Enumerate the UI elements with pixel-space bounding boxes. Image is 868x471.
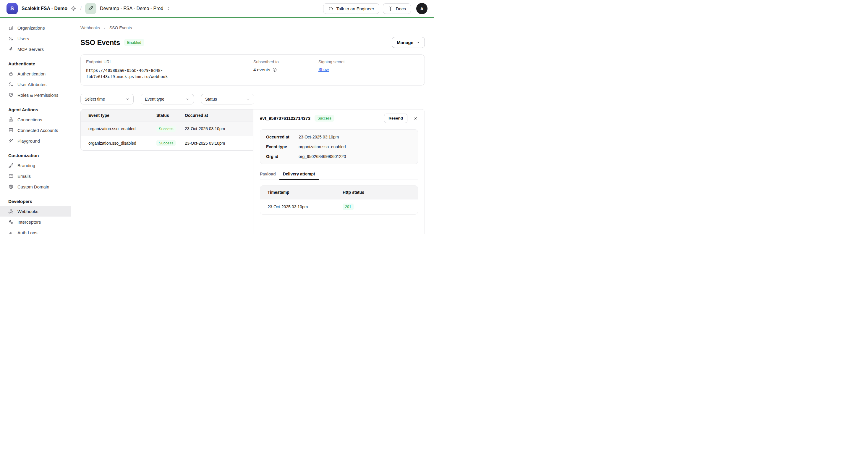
talk-to-engineer-button[interactable]: Talk to an Engineer	[323, 3, 379, 14]
sidebar-item-interceptors[interactable]: Interceptors	[0, 216, 71, 227]
table-row-sso-disabled[interactable]: organization.sso_disabled Success 23-Oct…	[81, 136, 253, 150]
meta-value: 23-Oct-2025 03:10pm	[299, 135, 339, 139]
building-icon	[8, 25, 13, 30]
sidebar-item-users[interactable]: Users	[0, 33, 71, 44]
sidebar-label: Branding	[18, 163, 35, 168]
meta-label: Occurred at	[266, 135, 299, 139]
event-type-cell: organization.sso_disabled	[81, 141, 156, 146]
webhook-icon	[8, 209, 13, 214]
close-detail-button[interactable]	[413, 116, 418, 121]
occurred-at-cell: 23-Oct-2025 03:10pm	[185, 141, 253, 146]
workspace-settings-button[interactable]	[71, 6, 76, 11]
meta-label: Event type	[266, 144, 299, 149]
users-icon	[8, 36, 13, 41]
sidebar-item-webhooks[interactable]: Webhooks	[0, 206, 71, 216]
table-row-sso-enabled[interactable]: organization.sso_enabled Success 23-Oct-…	[81, 122, 253, 136]
event-meta-card: Occurred at 23-Oct-2025 03:10pm Event ty…	[260, 129, 418, 164]
sidebar-label: Authentication	[18, 71, 45, 76]
workspace-name[interactable]: Scalekit FSA - Demo	[22, 6, 67, 11]
time-filter-dropdown[interactable]: Select time	[81, 94, 134, 105]
sidebar-item-mcp-servers[interactable]: MCP Servers	[0, 44, 71, 54]
sidebar-label: Emails	[18, 174, 31, 179]
endpoint-url-value: https://405803a0-055b-4679-8d48- fbb7e6f…	[86, 67, 170, 80]
event-type-filter-dropdown[interactable]: Event type	[141, 94, 194, 105]
mcp-icon	[8, 47, 13, 52]
chevrons-up-down-icon	[166, 6, 170, 11]
bar-chart-icon	[8, 230, 13, 234]
topbar: S Scalekit FSA - Demo / Devramp - FSA - …	[0, 0, 434, 18]
show-secret-link[interactable]: Show	[318, 67, 329, 72]
chevron-right-icon	[102, 26, 107, 30]
delivery-attempt-row[interactable]: 23-Oct-2025 03:10pm 201	[260, 199, 418, 214]
occurred-at-cell: 23-Oct-2025 03:10pm	[185, 126, 253, 131]
event-type-cell: organization.sso_enabled	[81, 126, 156, 131]
gear-icon	[71, 6, 76, 11]
event-detail-header: evt_95873761122714373 Success Resend	[260, 114, 418, 123]
envelope-icon	[8, 173, 13, 179]
project-name[interactable]: Devramp - FSA - Demo - Prod	[100, 6, 163, 11]
sidebar-item-custom-domain[interactable]: Custom Domain	[0, 181, 71, 192]
user-gear-icon	[8, 82, 13, 87]
time-filter-label: Select time	[85, 97, 105, 101]
meta-row-occurred-at: Occurred at 23-Oct-2025 03:10pm	[266, 135, 412, 139]
breadcrumb-sso-events: SSO Events	[110, 25, 132, 30]
cubes-icon	[8, 117, 13, 122]
sidebar-section-customization: Customization	[0, 153, 71, 158]
tab-delivery-attempt[interactable]: Delivery attempt	[279, 172, 319, 180]
filters-row: Select time Event type Status	[81, 94, 425, 105]
paintbrush-icon	[8, 163, 13, 168]
chevron-down-icon	[125, 97, 129, 101]
endpoint-url-block: Endpoint URL https://405803a0-055b-4679-…	[86, 59, 253, 80]
sidebar-item-connected-accounts[interactable]: Connected Accounts	[0, 125, 71, 136]
sidebar-item-connections[interactable]: Connections	[0, 114, 71, 125]
shield-check-icon	[8, 92, 13, 98]
user-avatar[interactable]: A	[416, 3, 428, 14]
status-filter-dropdown[interactable]: Status	[201, 94, 254, 105]
resend-button[interactable]: Resend	[384, 114, 407, 123]
meta-value: org_95026846990601220	[299, 154, 346, 159]
sidebar-label: MCP Servers	[18, 47, 44, 52]
sidebar-item-organizations[interactable]: Organizations	[0, 23, 71, 33]
http-status-badge: 201	[343, 204, 353, 210]
chevron-down-icon	[246, 97, 250, 101]
event-id: evt_95873761122714373	[260, 116, 310, 121]
main-content: Webhooks SSO Events SSO Events Enabled M…	[71, 18, 434, 234]
rocket-icon	[88, 6, 94, 11]
sidebar-item-auth-logs[interactable]: Auth Logs	[0, 227, 71, 234]
column-http-status: Http status	[343, 190, 418, 195]
breadcrumb: Webhooks SSO Events	[81, 25, 425, 30]
endpoint-summary-card: Endpoint URL https://405803a0-055b-4679-…	[81, 54, 425, 86]
endpoint-url-label: Endpoint URL	[86, 59, 253, 64]
sidebar-item-user-attributes[interactable]: User Attributes	[0, 79, 71, 90]
project-switcher-button[interactable]	[166, 6, 170, 11]
enabled-status-badge: Enabled	[124, 39, 144, 46]
sidebar-item-roles-permissions[interactable]: Roles & Permissions	[0, 90, 71, 100]
sidebar-section-agent-actions: Agent Actions	[0, 107, 71, 112]
sidebar-label: Custom Domain	[18, 184, 50, 189]
column-event-type: Event type	[81, 113, 156, 118]
docs-button[interactable]: Docs	[383, 3, 411, 14]
workspace-logo[interactable]: S	[6, 3, 18, 14]
sidebar-item-playground[interactable]: Playground	[0, 136, 71, 146]
project-badge[interactable]	[85, 3, 96, 14]
sidebar-label: Organizations	[18, 25, 45, 30]
subscribed-info-button[interactable]	[272, 67, 277, 72]
sidebar-item-authentication[interactable]: Authentication	[0, 68, 71, 79]
sidebar-label: Roles & Permissions	[18, 93, 58, 98]
interceptor-nodes-icon	[8, 219, 13, 225]
meta-value: organization.sso_enabled	[299, 144, 346, 149]
sidebar-section-developers: Developers	[0, 199, 71, 204]
docs-label: Docs	[396, 6, 406, 11]
book-icon	[388, 6, 393, 11]
manage-label: Manage	[397, 40, 413, 45]
manage-button[interactable]: Manage	[392, 37, 425, 48]
breadcrumb-webhooks[interactable]: Webhooks	[81, 25, 100, 30]
close-icon	[413, 116, 418, 121]
sidebar-item-emails[interactable]: Emails	[0, 171, 71, 181]
sidebar-item-branding[interactable]: Branding	[0, 160, 71, 171]
globe-icon	[8, 184, 13, 189]
events-table: Event type Status Occurred at organizati…	[81, 109, 253, 151]
chevron-down-icon	[416, 40, 420, 45]
column-timestamp: Timestamp	[260, 190, 343, 195]
tab-payload[interactable]: Payload	[260, 172, 279, 180]
